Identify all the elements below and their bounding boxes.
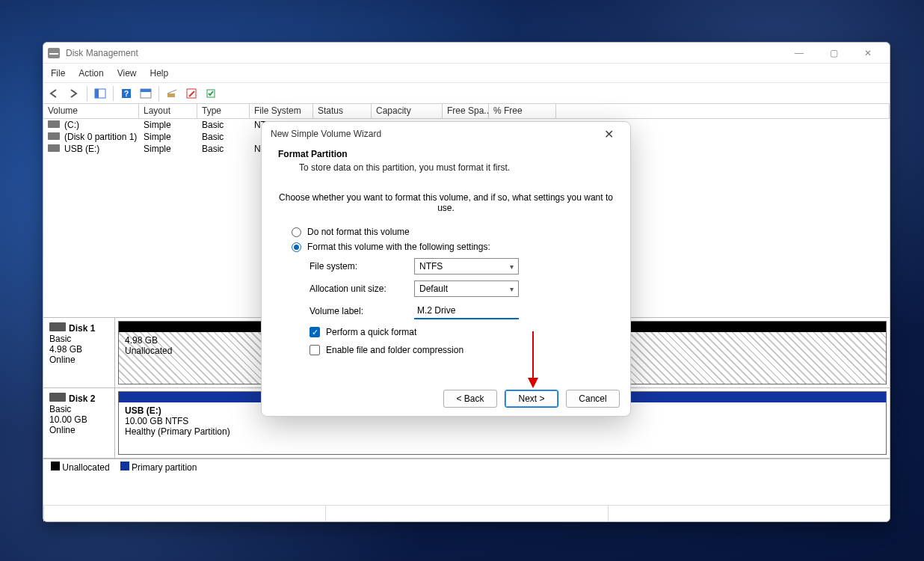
legend-swatch-primary: [120, 462, 129, 470]
app-icon: [48, 48, 60, 58]
system-buttons: — ▢ ✕: [782, 43, 885, 64]
legend-swatch-unallocated: [51, 462, 60, 470]
volume-list-header: Volume Layout Type File System Status Ca…: [43, 104, 890, 119]
dialog-close-button[interactable]: ✕: [596, 123, 621, 144]
cancel-button[interactable]: Cancel: [566, 390, 620, 408]
allocation-unit-combobox[interactable]: Default ▾: [414, 280, 519, 297]
radio-format-volume[interactable]: [292, 242, 301, 252]
minimize-button[interactable]: —: [782, 43, 816, 64]
menu-action[interactable]: Action: [78, 68, 103, 79]
quick-format-checkbox[interactable]: ✓: [309, 327, 320, 337]
properties-button[interactable]: [183, 85, 200, 102]
col-pctfree[interactable]: % Free: [489, 104, 556, 118]
dialog-titlebar[interactable]: New Simple Volume Wizard ✕: [262, 122, 630, 146]
section-subtitle: To store data on this partition, you mus…: [299, 162, 614, 173]
disk-icon: [49, 393, 66, 402]
dialog-title: New Simple Volume Wizard: [271, 129, 381, 139]
help-button[interactable]: ?: [118, 85, 135, 102]
dialog-intro: Choose whether you want to format this v…: [278, 192, 614, 213]
disk-info: Disk 1 Basic 4.98 GB Online: [43, 318, 115, 387]
compression-label: Enable file and folder compression: [326, 345, 463, 355]
radio-do-not-format-label: Do not format this volume: [307, 227, 410, 237]
legend: Unallocated Primary partition: [43, 459, 890, 475]
quick-format-label: Perform a quick format: [326, 327, 416, 337]
col-volume[interactable]: Volume: [43, 104, 139, 118]
menu-view[interactable]: View: [117, 68, 137, 79]
new-simple-volume-wizard-dialog: New Simple Volume Wizard ✕ Format Partit…: [261, 121, 631, 417]
titlebar[interactable]: Disk Management — ▢ ✕: [43, 43, 890, 64]
chevron-down-icon: ▾: [510, 285, 514, 293]
volume-icon: [48, 120, 60, 128]
maximize-button[interactable]: ▢: [816, 43, 851, 64]
back-button[interactable]: < Back: [443, 390, 497, 408]
chevron-down-icon: ▾: [510, 263, 514, 271]
col-capacity[interactable]: Capacity: [372, 104, 443, 118]
window-title: Disk Management: [66, 48, 138, 58]
filesystem-label: File system:: [309, 261, 414, 272]
volume-label-input[interactable]: [414, 303, 519, 319]
col-layout[interactable]: Layout: [139, 104, 197, 118]
forward-button[interactable]: [66, 85, 82, 102]
col-status[interactable]: Status: [313, 104, 372, 118]
annotation-arrow: [532, 331, 534, 387]
svg-rect-5: [141, 89, 151, 92]
back-button[interactable]: [46, 85, 63, 102]
dialog-buttons: < Back Next > Cancel: [262, 381, 630, 416]
col-type[interactable]: Type: [197, 104, 250, 118]
volume-icon: [48, 132, 60, 140]
action-button[interactable]: [203, 85, 219, 102]
col-filesystem[interactable]: File System: [250, 104, 313, 118]
svg-rect-6: [167, 94, 175, 97]
settings-button[interactable]: [164, 85, 180, 102]
volume-icon: [48, 144, 60, 152]
radio-do-not-format[interactable]: [292, 227, 301, 237]
svg-text:?: ?: [124, 90, 129, 98]
show-hide-button[interactable]: [92, 85, 108, 102]
section-title: Format Partition: [278, 149, 614, 159]
compression-checkbox[interactable]: [309, 345, 320, 355]
filesystem-combobox[interactable]: NTFS ▾: [414, 258, 519, 275]
close-button[interactable]: ✕: [851, 43, 885, 64]
menubar: File Action View Help: [43, 64, 890, 83]
refresh-button[interactable]: [138, 85, 154, 102]
allocation-unit-label: Allocation unit size:: [309, 283, 414, 294]
svg-rect-1: [95, 89, 99, 98]
radio-format-volume-label: Format this volume with the following se…: [307, 242, 490, 252]
disk-info: Disk 2 Basic 10.00 GB Online: [43, 388, 115, 458]
toolbar: ?: [43, 83, 890, 104]
statusbar: [43, 505, 890, 521]
menu-help[interactable]: Help: [150, 68, 169, 79]
volume-label-label: Volume label:: [309, 306, 414, 316]
disk-icon: [49, 322, 66, 331]
col-freespace[interactable]: Free Spa...: [443, 104, 489, 118]
menu-file[interactable]: File: [51, 68, 65, 79]
next-button[interactable]: Next >: [505, 390, 558, 408]
